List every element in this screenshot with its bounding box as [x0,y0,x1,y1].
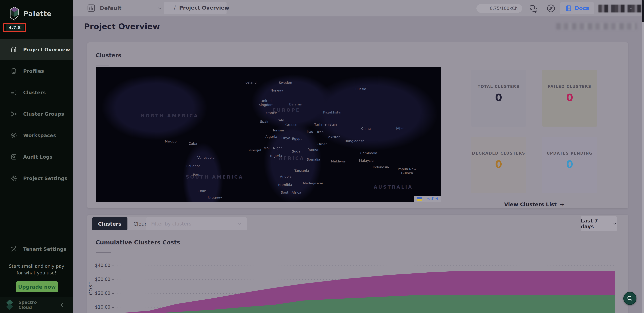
map-country-label: Cuba [188,142,197,146]
map-country-label: Mexico [165,139,177,143]
sidebar-item-cluster-groups[interactable]: Cluster Groups [0,103,73,125]
arrow-right-icon: → [560,201,564,207]
stat-value: 0 [471,158,526,170]
tools-icon [10,246,17,253]
divider [96,66,109,66]
map-country-label: Angola [280,174,292,178]
topbar: Default / Project Overview 0.75/100kCh D… [73,0,644,16]
filter-placeholder: Filter by clusters [146,221,237,227]
date-range-select[interactable]: Last 7 days [581,216,617,231]
map-country-label: Spain [260,120,269,124]
book-icon [565,5,572,11]
main-content: Project Overview Clusters Leaflet Icelan… [73,16,644,313]
upgrade-now-button[interactable]: Upgrade now [16,281,58,292]
map-continent-label: AUSTRALIA [374,184,413,189]
y-tick-label: $40.00– [94,263,114,268]
workspaces-icon [10,132,17,139]
map-country-label: Oman [318,142,328,146]
map-country-label: Namibia [278,183,292,187]
map-attribution[interactable]: Leaflet [414,196,441,202]
ukraine-flag-icon [417,197,422,201]
sidebar-item-label: Audit Logs [23,154,52,160]
stat-tile-failed-clusters: FAILED CLUSTERS0 [542,70,597,127]
spectro-cloud-logo-icon [5,300,16,310]
stat-label: TOTAL CLUSTERS [471,84,526,89]
map-country-label: Yemen [308,148,319,152]
version-badge-highlight: 4.7.8 [3,23,26,32]
costs-card: ClustersClouds Filter by clusters Last 7… [87,215,628,313]
stat-label: DEGRADED CLUSTERS [471,151,526,156]
map-country-label: Chile [198,189,206,193]
chevron-down-icon[interactable] [157,6,163,11]
sidebar-item-tenant-settings[interactable]: Tenant Settings [0,238,73,260]
map-country-label: Norway [270,88,283,92]
date-range-label: Last 7 days [581,218,609,230]
map-country-label: Madagascar [303,181,323,185]
sidebar-tenant-nav: Tenant Settings [0,238,73,260]
map-country-label: Indonesia [373,165,389,169]
stat-label: UPDATES PENDING [542,151,597,156]
sidebar-item-workspaces[interactable]: Workspaces [0,125,73,146]
user-menu-redacted[interactable] [598,5,642,12]
floating-search-button[interactable] [623,292,636,305]
chart-icon [87,4,96,12]
upgrade-promo-text: Start small and only pay for what you us… [0,263,73,276]
scrollbar-thumb[interactable] [642,0,644,22]
sidebar-item-project-overview[interactable]: Project Overview [0,39,73,60]
map-country-label: Niger [273,146,282,150]
sidebar-item-audit-logs[interactable]: Audit Logs [0,146,73,168]
stat-tile-degraded-clusters: DEGRADED CLUSTERS0 [471,137,526,193]
stat-label: FAILED CLUSTERS [542,84,597,89]
map-country-label: China [361,127,371,131]
sidebar-footer: Spectro Cloud [0,297,73,313]
page-title: Project Overview [84,22,160,31]
compass-icon[interactable] [546,4,556,13]
sidebar-item-clusters[interactable]: Clusters [0,82,73,103]
map-country-label: Tunisia [272,128,284,132]
map-country-label: Papua New Guinea [396,167,418,175]
map-continent-label: SOUTH AMERICA [186,174,244,179]
map-country-label: South Africa [281,190,301,194]
chat-icon[interactable] [529,4,538,14]
filter-by-clusters-select[interactable]: Filter by clusters [146,217,247,230]
tab-clusters[interactable]: Clusters [92,217,128,230]
sidebar-item-label: Tenant Settings [23,246,66,252]
map-country-label: Belarus [289,102,302,106]
map-continent-label: AFRICA [279,156,304,161]
map-country-label: Iraq [307,130,313,134]
profiles-icon [10,68,17,74]
sidebar-item-label: Cluster Groups [23,111,64,117]
chevron-down-icon [612,221,617,226]
chevron-down-icon[interactable] [628,6,634,11]
usage-quota-pill: 0.75/100kCh [476,4,522,13]
breadcrumb-separator: / [174,4,176,11]
sidebar-item-label: Project Settings [23,175,67,181]
sidebar-collapse-icon[interactable] [59,302,66,308]
world-map[interactable]: Leaflet IcelandSwedenNorwayRussiaUnited … [96,67,441,202]
sidebar-item-label: Clusters [23,90,46,95]
brand-name: Spectro Cloud [18,300,37,310]
map-country-label: Greece [285,123,297,127]
app-name: Palette [23,10,52,18]
clusters-card-title: Clusters [96,52,122,59]
sidebar-item-label: Profiles [23,68,44,74]
cumulative-costs-chart [118,258,614,313]
app-logo: Palette [9,7,52,21]
docs-button[interactable]: Docs [560,2,594,14]
sidebar-item-project-settings[interactable]: Project Settings [0,168,73,189]
sidebar-item-label: Workspaces [23,133,56,138]
project-selector-label: Default [100,5,122,11]
view-clusters-list-link[interactable]: View Clusters List→ [471,201,597,207]
map-country-label: United Kingdom [255,99,277,107]
map-country-label: Libya [281,136,290,140]
scrollbar-track[interactable] [642,0,644,313]
breadcrumb[interactable]: Project Overview [179,5,229,11]
project-selector[interactable]: Default [87,4,122,12]
clusters-icon [10,89,17,96]
map-country-label: Senegal [248,148,261,152]
sidebar-item-profiles[interactable]: Profiles [0,60,73,82]
leaflet-link[interactable]: Leaflet [424,196,439,201]
map-country-label: Russia [355,87,366,91]
y-axis-label: COST [88,281,93,295]
map-country-label: Turkmenistan [314,122,337,126]
